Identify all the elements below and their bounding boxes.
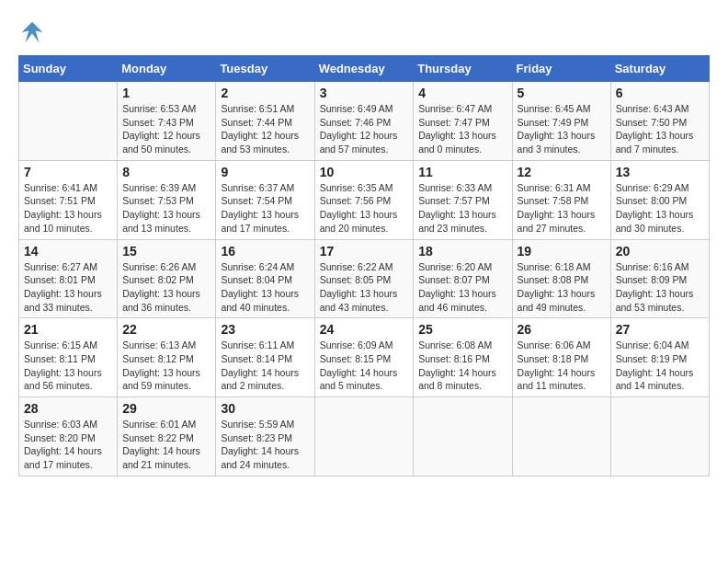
day-number: 29 (122, 401, 210, 416)
day-info: Sunrise: 6:41 AM Sunset: 7:51 PM Dayligh… (24, 181, 112, 236)
day-info: Sunrise: 6:35 AM Sunset: 7:56 PM Dayligh… (320, 181, 409, 236)
calendar-cell: 12Sunrise: 6:31 AM Sunset: 7:58 PM Dayli… (512, 160, 610, 239)
calendar-cell: 13Sunrise: 6:29 AM Sunset: 8:00 PM Dayli… (610, 160, 709, 239)
calendar-cell (512, 397, 610, 477)
day-info: Sunrise: 6:31 AM Sunset: 7:58 PM Dayligh… (518, 181, 606, 236)
day-info: Sunrise: 6:51 AM Sunset: 7:44 PM Dayligh… (221, 102, 309, 156)
calendar-cell: 16Sunrise: 6:24 AM Sunset: 8:04 PM Dayli… (216, 239, 314, 318)
day-number: 1 (122, 86, 210, 100)
day-number: 10 (320, 165, 409, 179)
svg-marker-0 (22, 22, 43, 43)
week-row-4: 21Sunrise: 6:15 AM Sunset: 8:11 PM Dayli… (19, 318, 710, 397)
logo (18, 18, 50, 46)
day-info: Sunrise: 6:45 AM Sunset: 7:49 PM Dayligh… (518, 102, 606, 156)
day-info: Sunrise: 6:20 AM Sunset: 8:07 PM Dayligh… (418, 260, 506, 315)
day-number: 30 (221, 401, 309, 416)
day-number: 16 (221, 244, 309, 259)
day-info: Sunrise: 5:59 AM Sunset: 8:23 PM Dayligh… (221, 418, 309, 472)
header-monday: Monday (118, 56, 216, 82)
day-number: 3 (320, 86, 409, 100)
day-number: 4 (418, 86, 506, 100)
day-number: 23 (221, 322, 309, 337)
day-info: Sunrise: 6:18 AM Sunset: 8:08 PM Dayligh… (518, 260, 606, 315)
calendar-table: SundayMondayTuesdayWednesdayThursdayFrid… (18, 55, 710, 477)
header-friday: Friday (512, 56, 610, 82)
day-number: 20 (616, 244, 704, 259)
calendar-cell: 3Sunrise: 6:49 AM Sunset: 7:46 PM Daylig… (314, 82, 414, 161)
day-info: Sunrise: 6:06 AM Sunset: 8:18 PM Dayligh… (518, 339, 606, 393)
day-number: 19 (518, 244, 606, 259)
calendar-cell: 20Sunrise: 6:16 AM Sunset: 8:09 PM Dayli… (610, 239, 709, 318)
calendar-cell: 23Sunrise: 6:11 AM Sunset: 8:14 PM Dayli… (216, 318, 314, 397)
day-number: 14 (24, 244, 112, 259)
day-info: Sunrise: 6:37 AM Sunset: 7:54 PM Dayligh… (221, 181, 309, 236)
day-number: 25 (418, 322, 506, 337)
day-number: 27 (616, 322, 704, 337)
day-number: 8 (122, 165, 210, 179)
day-number: 7 (24, 165, 112, 179)
day-info: Sunrise: 6:43 AM Sunset: 7:50 PM Dayligh… (616, 102, 704, 156)
header-sunday: Sunday (19, 56, 118, 82)
calendar-cell: 28Sunrise: 6:03 AM Sunset: 8:20 PM Dayli… (19, 397, 118, 477)
calendar-cell: 14Sunrise: 6:27 AM Sunset: 8:01 PM Dayli… (19, 239, 118, 318)
calendar-cell (414, 397, 512, 477)
day-info: Sunrise: 6:11 AM Sunset: 8:14 PM Dayligh… (221, 339, 309, 393)
day-number: 24 (320, 322, 409, 337)
day-info: Sunrise: 6:27 AM Sunset: 8:01 PM Dayligh… (24, 260, 112, 315)
calendar-cell: 10Sunrise: 6:35 AM Sunset: 7:56 PM Dayli… (314, 160, 414, 239)
calendar-cell: 24Sunrise: 6:09 AM Sunset: 8:15 PM Dayli… (314, 318, 414, 397)
calendar-cell: 18Sunrise: 6:20 AM Sunset: 8:07 PM Dayli… (414, 239, 512, 318)
logo-icon (18, 18, 46, 46)
header-tuesday: Tuesday (216, 56, 314, 82)
day-number: 9 (221, 165, 309, 179)
day-info: Sunrise: 6:29 AM Sunset: 8:00 PM Dayligh… (616, 181, 704, 236)
calendar-cell: 8Sunrise: 6:39 AM Sunset: 7:53 PM Daylig… (118, 160, 216, 239)
day-number: 26 (518, 322, 606, 337)
calendar-cell: 17Sunrise: 6:22 AM Sunset: 8:05 PM Dayli… (314, 239, 414, 318)
day-info: Sunrise: 6:39 AM Sunset: 7:53 PM Dayligh… (122, 181, 210, 236)
day-number: 6 (616, 86, 704, 100)
calendar-cell: 7Sunrise: 6:41 AM Sunset: 7:51 PM Daylig… (19, 160, 118, 239)
calendar-cell: 4Sunrise: 6:47 AM Sunset: 7:47 PM Daylig… (414, 82, 512, 161)
day-number: 13 (616, 165, 704, 179)
day-number: 15 (122, 244, 210, 259)
day-info: Sunrise: 6:15 AM Sunset: 8:11 PM Dayligh… (24, 339, 112, 393)
calendar-cell: 2Sunrise: 6:51 AM Sunset: 7:44 PM Daylig… (216, 82, 314, 161)
calendar-cell: 29Sunrise: 6:01 AM Sunset: 8:22 PM Dayli… (118, 397, 216, 477)
day-info: Sunrise: 6:13 AM Sunset: 8:12 PM Dayligh… (122, 339, 210, 393)
day-info: Sunrise: 6:47 AM Sunset: 7:47 PM Dayligh… (418, 102, 506, 156)
day-number: 11 (418, 165, 506, 179)
day-info: Sunrise: 6:24 AM Sunset: 8:04 PM Dayligh… (221, 260, 309, 315)
calendar-cell (19, 82, 118, 161)
day-info: Sunrise: 6:22 AM Sunset: 8:05 PM Dayligh… (320, 260, 409, 315)
day-number: 12 (518, 165, 606, 179)
day-info: Sunrise: 6:33 AM Sunset: 7:57 PM Dayligh… (418, 181, 506, 236)
week-row-3: 14Sunrise: 6:27 AM Sunset: 8:01 PM Dayli… (19, 239, 710, 318)
calendar-cell (610, 397, 709, 477)
day-info: Sunrise: 6:26 AM Sunset: 8:02 PM Dayligh… (122, 260, 210, 315)
calendar-cell: 27Sunrise: 6:04 AM Sunset: 8:19 PM Dayli… (610, 318, 709, 397)
header-saturday: Saturday (610, 56, 709, 82)
calendar-cell: 11Sunrise: 6:33 AM Sunset: 7:57 PM Dayli… (414, 160, 512, 239)
day-info: Sunrise: 6:01 AM Sunset: 8:22 PM Dayligh… (122, 418, 210, 472)
calendar-cell: 22Sunrise: 6:13 AM Sunset: 8:12 PM Dayli… (118, 318, 216, 397)
calendar-cell: 19Sunrise: 6:18 AM Sunset: 8:08 PM Dayli… (512, 239, 610, 318)
day-info: Sunrise: 6:03 AM Sunset: 8:20 PM Dayligh… (24, 418, 112, 472)
calendar-header-row: SundayMondayTuesdayWednesdayThursdayFrid… (19, 56, 710, 82)
calendar-cell: 30Sunrise: 5:59 AM Sunset: 8:23 PM Dayli… (216, 397, 314, 477)
day-number: 22 (122, 322, 210, 337)
week-row-1: 1Sunrise: 6:53 AM Sunset: 7:43 PM Daylig… (19, 82, 710, 161)
week-row-2: 7Sunrise: 6:41 AM Sunset: 7:51 PM Daylig… (19, 160, 710, 239)
calendar-cell: 9Sunrise: 6:37 AM Sunset: 7:54 PM Daylig… (216, 160, 314, 239)
calendar-cell: 21Sunrise: 6:15 AM Sunset: 8:11 PM Dayli… (19, 318, 118, 397)
day-info: Sunrise: 6:16 AM Sunset: 8:09 PM Dayligh… (616, 260, 704, 315)
header-thursday: Thursday (414, 56, 512, 82)
day-info: Sunrise: 6:04 AM Sunset: 8:19 PM Dayligh… (616, 339, 704, 393)
day-number: 2 (221, 86, 309, 100)
day-info: Sunrise: 6:09 AM Sunset: 8:15 PM Dayligh… (320, 339, 409, 393)
calendar-cell: 6Sunrise: 6:43 AM Sunset: 7:50 PM Daylig… (610, 82, 709, 161)
header-wednesday: Wednesday (314, 56, 414, 82)
calendar-cell: 26Sunrise: 6:06 AM Sunset: 8:18 PM Dayli… (512, 318, 610, 397)
calendar-cell: 15Sunrise: 6:26 AM Sunset: 8:02 PM Dayli… (118, 239, 216, 318)
day-number: 18 (418, 244, 506, 259)
